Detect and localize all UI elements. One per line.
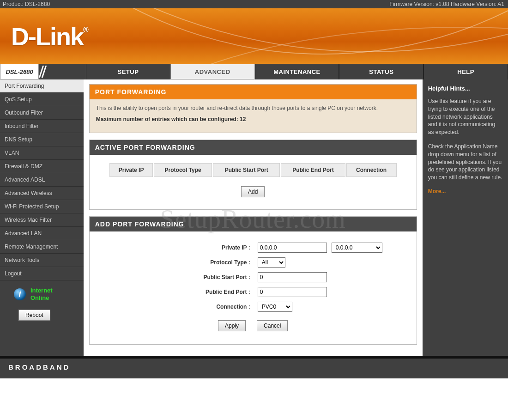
public-end-port-input[interactable]: [258, 287, 327, 297]
help-p2: Check the Application Name drop down men…: [428, 143, 502, 182]
firmware-label: Firmware Version: v1.08 Hardware Version…: [389, 1, 504, 7]
sidebar: Port ForwardingQoS SetupOutbound FilterI…: [0, 79, 84, 356]
top-info-bar: Product: DSL-2680 Firmware Version: v1.0…: [0, 0, 508, 8]
sidebar-item-port-forwarding[interactable]: Port Forwarding: [0, 79, 84, 93]
sidebar-item-dns-setup[interactable]: DNS Setup: [0, 133, 84, 146]
sidebar-item-qos-setup[interactable]: QoS Setup: [0, 93, 84, 106]
help-title: Helpful Hints...: [428, 85, 502, 92]
label-start-port: Public Start Port :: [101, 274, 253, 280]
label-connection: Connection :: [101, 304, 253, 310]
active-forwarding-table: Private IPProtocol TypePublic Start Port…: [109, 163, 398, 177]
reboot-button[interactable]: Reboot: [18, 310, 50, 321]
sidebar-item-advanced-wireless[interactable]: Advanced Wireless: [0, 187, 84, 200]
sidebar-item-outbound-filter[interactable]: Outbound Filter: [0, 106, 84, 120]
sidebar-item-inbound-filter[interactable]: Inbound Filter: [0, 120, 84, 133]
cancel-button[interactable]: Cancel: [257, 320, 288, 331]
help-more-link[interactable]: More...: [428, 188, 446, 195]
help-p1: Use this feature if you are trying to ex…: [428, 97, 502, 136]
product-label: Product: DSL-2680: [3, 1, 50, 7]
status-line1: Internet: [30, 287, 53, 294]
nav-tab-status[interactable]: STATUS: [339, 64, 423, 79]
sidebar-item-firewall-dmz[interactable]: Firewall & DMZ: [0, 160, 84, 173]
sidebar-item-logout[interactable]: Logout: [0, 267, 84, 280]
col-public-end-port: Public End Port: [281, 163, 345, 177]
brand-logo: D-Link®: [0, 8, 508, 51]
panel-header-active: ACTIVE PORT FORWARDING: [90, 140, 417, 155]
add-button[interactable]: Add: [241, 186, 265, 197]
label-private-ip: Private IP :: [101, 244, 253, 251]
sidebar-item-vlan[interactable]: VLAN: [0, 146, 84, 160]
private-ip-input[interactable]: [258, 243, 327, 253]
nav-row: DSL-2680 SETUPADVANCEDMAINTENANCESTATUSH…: [0, 64, 508, 79]
panel-header-add: ADD PORT FORWARDING: [90, 217, 417, 231]
help-sidebar: Helpful Hints... Use this feature if you…: [423, 79, 508, 356]
panel-header-intro: PORT FORWARDING: [90, 85, 417, 99]
sidebar-item-wi-fi-protected-setup[interactable]: Wi-Fi Protected Setup: [0, 200, 84, 213]
internet-status: i Internet Online: [0, 280, 84, 305]
label-end-port: Public End Port :: [101, 289, 253, 295]
connection-dropdown[interactable]: PVC0: [258, 302, 292, 312]
sidebar-item-advanced-lan[interactable]: Advanced LAN: [0, 227, 84, 240]
sidebar-item-remote-management[interactable]: Remote Management: [0, 240, 84, 254]
protocol-dropdown[interactable]: All: [258, 257, 285, 268]
nav-tab-advanced[interactable]: ADVANCED: [170, 64, 255, 79]
intro-max: Maximum number of entries which can be c…: [96, 116, 410, 122]
label-protocol: Protocol Type :: [101, 259, 253, 266]
nav-tab-setup[interactable]: SETUP: [86, 64, 170, 79]
col-private-ip: Private IP: [109, 163, 153, 177]
sidebar-item-wireless-mac-filter[interactable]: Wireless Mac Filter: [0, 213, 84, 227]
panel-port-forwarding-intro: PORT FORWARDING This is the ability to o…: [89, 84, 417, 133]
panel-add-port-forwarding: ADD PORT FORWARDING Private IP : 0.0.0.0…: [89, 216, 417, 345]
public-start-port-input[interactable]: [258, 272, 327, 282]
intro-desc: This is the ability to open ports in you…: [96, 105, 410, 111]
device-model-box: DSL-2680: [0, 64, 39, 79]
sidebar-item-network-tools[interactable]: Network Tools: [0, 254, 84, 267]
col-protocol-type: Protocol Type: [154, 163, 212, 177]
footer-broadband: BROADBAND: [0, 356, 508, 378]
status-line2: Online: [30, 294, 53, 302]
col-public-start-port: Public Start Port: [213, 163, 280, 177]
apply-button[interactable]: Apply: [218, 320, 246, 331]
sidebar-item-advanced-adsl[interactable]: Advanced ADSL: [0, 173, 84, 187]
nav-tab-help[interactable]: HELP: [423, 64, 508, 79]
nav-tab-maintenance[interactable]: MAINTENANCE: [255, 64, 339, 79]
nav-slash-decor: [39, 64, 47, 79]
panel-active-port-forwarding: ACTIVE PORT FORWARDING Private IPProtoco…: [89, 140, 417, 210]
brand-banner: D-Link®: [0, 8, 508, 64]
main-content: SetupRouter.com PORT FORWARDING This is …: [84, 79, 423, 356]
info-icon: i: [14, 288, 26, 300]
private-ip-dropdown[interactable]: 0.0.0.0: [332, 243, 382, 253]
col-connection: Connection: [346, 163, 397, 177]
